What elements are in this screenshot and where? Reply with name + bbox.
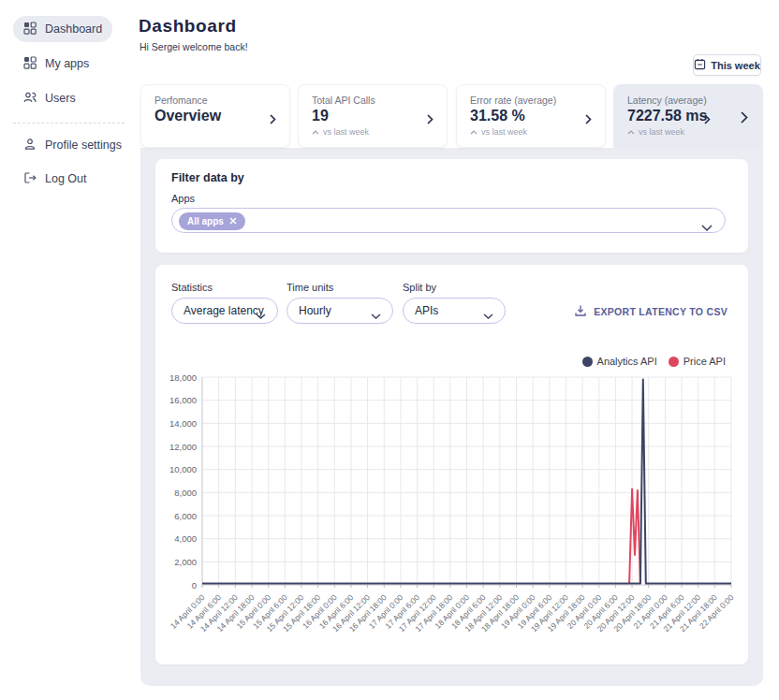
svg-text:4,000: 4,000: [174, 533, 197, 544]
export-csv-button[interactable]: EXPORT LATENCY TO CSV: [574, 304, 728, 319]
chevron-down-icon: [483, 309, 493, 322]
caret-up-icon: [470, 127, 478, 137]
sidebar-item-label: Users: [45, 92, 76, 105]
time-units-value: Hourly: [299, 304, 331, 317]
split-by-label: Split by: [403, 282, 506, 293]
chevron-down-icon: [256, 309, 266, 322]
chart-legend: Analytics API Price API: [582, 356, 726, 367]
stat-card-label: Error rate (average): [470, 95, 592, 106]
stat-card-label: Total API Calls: [312, 95, 434, 106]
statistics-select[interactable]: Average latency: [171, 298, 278, 324]
svg-text:0: 0: [192, 580, 197, 591]
page-title: Dashboard: [139, 16, 237, 36]
sidebar-item-label: My apps: [45, 57, 89, 70]
legend-dot: [669, 357, 679, 367]
chip-remove-icon[interactable]: [229, 216, 237, 226]
chart-svg: 02,0004,0006,0008,00010,00012,00014,0001…: [161, 370, 742, 660]
svg-text:10,000: 10,000: [169, 464, 197, 474]
time-units-select[interactable]: Hourly: [287, 298, 393, 324]
sidebar-item-profile-settings[interactable]: Profile settings: [13, 132, 132, 158]
sidebar-item-my-apps[interactable]: My apps: [13, 51, 99, 77]
sidebar-item-log-out[interactable]: Log Out: [13, 166, 96, 192]
chevron-right-icon: [585, 111, 592, 128]
users-icon: [23, 91, 37, 107]
apps-field-label: Apps: [171, 193, 195, 204]
svg-text:2,000: 2,000: [174, 557, 197, 567]
this-week-button[interactable]: This week: [693, 54, 761, 76]
person-icon: [23, 138, 37, 153]
trend-label: vs last week: [481, 127, 527, 137]
apps-multiselect[interactable]: All apps: [171, 208, 726, 233]
sidebar-item-label: Dashboard: [45, 22, 102, 36]
svg-text:18,000: 18,000: [169, 372, 197, 383]
split-by-select[interactable]: APIs: [403, 298, 506, 324]
stat-card-value: Overview: [154, 108, 276, 124]
time-units-label: Time units: [287, 282, 393, 293]
apps-grid-icon: [23, 56, 37, 72]
split-by-value: APIs: [415, 304, 438, 317]
calendar-icon: [694, 58, 706, 72]
trend-label: vs last week: [639, 127, 684, 137]
svg-text:6,000: 6,000: [174, 511, 197, 521]
legend-label: Analytics API: [597, 356, 657, 367]
chevron-down-icon: [371, 309, 381, 322]
this-week-label: This week: [711, 60, 760, 71]
latency-line-chart: 02,0004,0006,0008,00010,00012,00014,0001…: [161, 370, 742, 660]
stat-card-label: Perfomance: [154, 95, 276, 106]
filter-title: Filter data by: [171, 171, 244, 184]
svg-text:14,000: 14,000: [169, 418, 197, 429]
caret-up-icon: [312, 127, 319, 137]
trend-label: vs last week: [323, 127, 369, 137]
statistics-card: Statistics Average latency Time units Ho…: [155, 265, 748, 664]
stat-card-label: Latency (average): [627, 95, 749, 106]
legend-dot: [582, 357, 593, 367]
stat-card-trend: vs last week: [470, 127, 592, 137]
statistics-label: Statistics: [171, 282, 278, 293]
legend-item-analytics-api[interactable]: Analytics API: [582, 356, 657, 367]
chevron-right-icon: [704, 111, 711, 128]
chip-label: All apps: [187, 216, 224, 226]
download-icon: [574, 304, 587, 319]
sidebar-divider: [13, 123, 125, 124]
stat-card-total-api-calls[interactable]: Total API Calls 19 vs last week: [298, 84, 448, 148]
sidebar: Dashboard My apps Users Profile settings…: [0, 0, 140, 700]
svg-text:12,000: 12,000: [169, 442, 197, 452]
stat-card-trend: vs last week: [627, 127, 749, 137]
logout-icon: [23, 171, 37, 187]
statistics-value: Average latency: [184, 304, 264, 317]
stat-card-value: 31.58 %: [470, 108, 592, 124]
stat-card-trend: vs last week: [312, 127, 434, 137]
grid-icon: [23, 22, 37, 37]
sidebar-item-users[interactable]: Users: [13, 85, 86, 111]
export-csv-label: EXPORT LATENCY TO CSV: [594, 306, 728, 317]
split-by-control: Split by APIs: [403, 282, 506, 324]
caret-up-icon: [627, 127, 635, 137]
statistics-control: Statistics Average latency: [171, 282, 278, 324]
svg-text:8,000: 8,000: [174, 488, 197, 498]
filter-card: Filter data by Apps All apps: [155, 159, 748, 253]
sidebar-item-label: Profile settings: [45, 139, 122, 152]
stat-card-value: 19: [312, 108, 434, 124]
stat-card-error-rate[interactable]: Error rate (average) 31.58 % vs last wee…: [456, 84, 606, 148]
chevron-right-icon: [270, 111, 276, 128]
time-units-control: Time units Hourly: [287, 282, 393, 324]
legend-item-price-api[interactable]: Price API: [669, 356, 726, 367]
legend-label: Price API: [683, 356, 726, 367]
stat-card-value: 7227.58 ms: [627, 108, 749, 124]
chevron-right-icon: [427, 111, 434, 128]
chevron-down-icon[interactable]: [701, 218, 713, 235]
all-apps-chip[interactable]: All apps: [179, 212, 245, 230]
carousel-next-icon[interactable]: [741, 110, 748, 127]
svg-text:16,000: 16,000: [169, 395, 197, 405]
stat-card-performance[interactable]: Perfomance Overview: [140, 84, 290, 148]
sidebar-item-dashboard[interactable]: Dashboard: [13, 16, 112, 42]
sidebar-item-label: Log Out: [45, 172, 86, 185]
greeting-text: Hi Sergei welcome back!: [140, 41, 248, 52]
